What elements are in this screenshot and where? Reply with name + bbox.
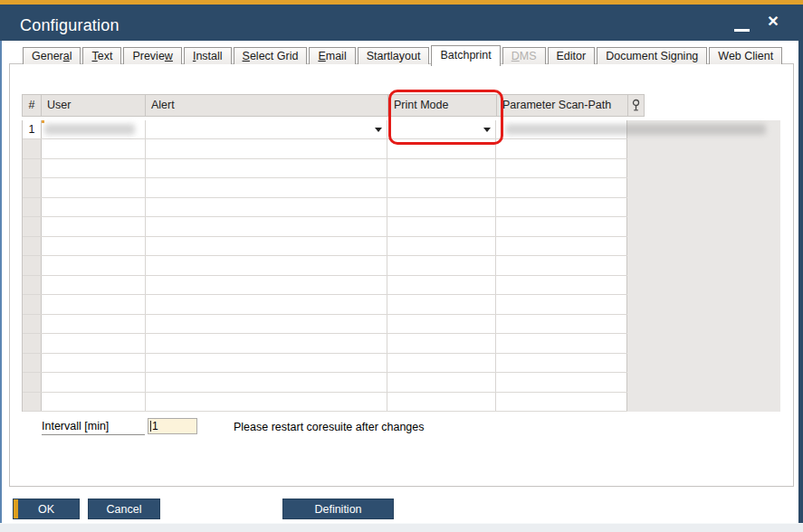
scan-path-cell[interactable] [496, 217, 627, 235]
alert-cell[interactable] [146, 198, 388, 216]
user-cell[interactable] [42, 295, 146, 313]
alert-cell[interactable] [146, 256, 388, 274]
scan-path-cell[interactable] [496, 159, 627, 177]
scan-path-cell[interactable] [496, 334, 627, 352]
redacted-user-text [44, 124, 135, 135]
row-number-cell[interactable] [23, 139, 42, 157]
user-cell[interactable] [42, 217, 146, 235]
interval-input[interactable]: 1 [148, 418, 197, 434]
row-number-cell[interactable] [23, 159, 42, 177]
tab-select-grid[interactable]: Select Grid [234, 47, 308, 64]
print-mode-cell[interactable] [387, 393, 496, 411]
tab-install[interactable]: Install [184, 47, 232, 64]
text-caret [150, 421, 151, 432]
tab-startlayout[interactable]: Startlayout [358, 47, 430, 64]
table-row [23, 198, 627, 217]
row-number-cell[interactable] [23, 217, 42, 235]
definition-button[interactable]: Definition [282, 499, 394, 519]
alert-cell[interactable] [146, 354, 388, 372]
scan-path-cell[interactable] [496, 237, 627, 255]
user-cell[interactable] [42, 198, 146, 216]
print-mode-cell[interactable] [387, 256, 496, 274]
alert-cell[interactable] [146, 334, 388, 352]
print-mode-cell[interactable] [387, 276, 496, 294]
tab-web-client[interactable]: Web Client [709, 47, 782, 64]
row-number-cell[interactable] [23, 276, 42, 294]
minimize-button[interactable] [730, 20, 755, 36]
close-button[interactable]: ✕ [760, 11, 786, 33]
window-title: Configuration [20, 16, 119, 35]
print-mode-cell[interactable] [387, 159, 496, 177]
scan-path-cell[interactable] [496, 139, 627, 157]
alert-dropdown-cell[interactable] [146, 120, 388, 138]
print-mode-cell[interactable] [387, 373, 496, 391]
alert-cell[interactable] [146, 178, 388, 196]
print-mode-cell[interactable] [387, 315, 496, 333]
row-number-cell[interactable]: 1 [23, 120, 42, 138]
scan-path-cell[interactable] [496, 373, 627, 391]
scan-path-cell[interactable] [496, 315, 627, 333]
alert-cell[interactable] [146, 373, 388, 391]
row-number-cell[interactable] [23, 256, 42, 274]
scan-path-cell[interactable] [496, 276, 627, 294]
tab-text[interactable]: Text [82, 47, 121, 64]
user-cell[interactable] [42, 237, 146, 255]
row-number-cell[interactable] [23, 373, 42, 391]
scan-path-cell[interactable] [496, 198, 627, 216]
print-mode-cell[interactable] [387, 295, 496, 313]
row-number-cell[interactable] [23, 315, 42, 333]
print-mode-cell[interactable] [387, 237, 496, 255]
scan-path-cell[interactable] [496, 120, 627, 138]
user-cell[interactable] [42, 139, 146, 157]
user-cell[interactable] [42, 256, 146, 274]
row-number-cell[interactable] [23, 295, 42, 313]
ok-button[interactable]: OK [13, 499, 80, 519]
scan-path-cell[interactable] [496, 178, 627, 196]
scan-path-cell[interactable] [496, 393, 627, 411]
user-cell[interactable] [42, 373, 146, 391]
row-number-cell[interactable] [23, 237, 42, 255]
grid-corner-cell[interactable] [628, 95, 644, 116]
alert-cell[interactable] [146, 217, 388, 235]
tab-editor[interactable]: Editor [548, 47, 596, 64]
row-number-cell[interactable] [23, 354, 42, 372]
user-cell[interactable] [42, 159, 146, 177]
chevron-down-icon[interactable] [375, 128, 382, 132]
tab-preview[interactable]: Preview [123, 47, 181, 64]
scan-path-cell[interactable] [496, 354, 627, 372]
user-cell[interactable] [42, 120, 146, 138]
cancel-button[interactable]: Cancel [88, 499, 160, 519]
print-mode-cell[interactable] [387, 334, 496, 352]
scan-path-cell[interactable] [496, 256, 627, 274]
print-mode-cell[interactable] [387, 354, 496, 372]
row-number-cell[interactable] [23, 334, 42, 352]
row-number-cell[interactable] [23, 393, 42, 411]
alert-cell[interactable] [146, 295, 388, 313]
configuration-window: Configuration ✕ General Text Preview Ins… [0, 0, 803, 532]
user-cell[interactable] [42, 315, 146, 333]
tab-email[interactable]: Email [309, 47, 355, 64]
alert-cell[interactable] [146, 139, 388, 157]
user-cell[interactable] [42, 354, 146, 372]
print-mode-cell[interactable] [387, 217, 496, 235]
table-row: 1 [23, 120, 627, 139]
column-header-number: # [23, 95, 42, 116]
alert-cell[interactable] [146, 159, 388, 177]
alert-cell[interactable] [146, 276, 388, 294]
tab-document-signing[interactable]: Document Signing [597, 47, 707, 64]
print-mode-cell[interactable] [387, 178, 496, 196]
row-number-cell[interactable] [23, 198, 42, 216]
scan-path-cell[interactable] [496, 295, 627, 313]
tab-batchprint[interactable]: Batchprint [431, 45, 500, 66]
user-cell[interactable] [42, 178, 146, 196]
tab-general[interactable]: General [23, 47, 81, 64]
alert-cell[interactable] [146, 315, 388, 333]
column-header-user: User [42, 95, 146, 116]
print-mode-cell[interactable] [387, 198, 496, 216]
user-cell[interactable] [42, 276, 146, 294]
user-cell[interactable] [42, 393, 146, 411]
alert-cell[interactable] [146, 237, 388, 255]
user-cell[interactable] [42, 334, 146, 352]
row-number-cell[interactable] [23, 178, 42, 196]
alert-cell[interactable] [146, 393, 388, 411]
